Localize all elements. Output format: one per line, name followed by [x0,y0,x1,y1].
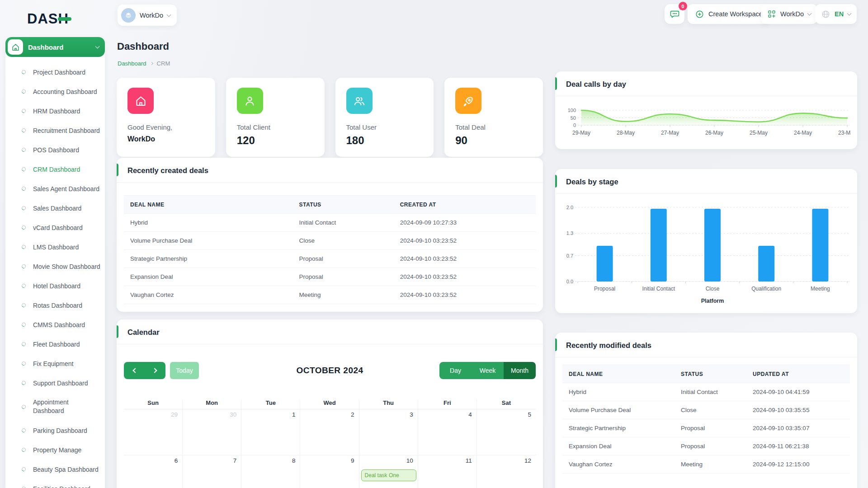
bullet-icon [21,89,26,94]
calendar-day-cell[interactable]: 8 [241,455,300,488]
breadcrumb-dashboard-link[interactable]: Dashboard [118,60,146,67]
create-workspace-button[interactable]: Create Workspace [688,4,770,24]
layers-icon [124,11,132,19]
sidebar-item-appointment-dashboard[interactable]: Appointment Dashboard [5,393,105,421]
workspace-selector[interactable]: WorkDo [118,5,177,26]
y-axis-label: 0 [573,122,576,128]
sidebar-item-label: Appointment Dashboard [33,398,86,415]
calendar-view-day[interactable]: Day [439,362,472,379]
breadcrumb-current: CRM [157,60,170,67]
calendar-day-number: 8 [292,457,296,464]
sidebar-item-movie-show-dashboard[interactable]: Movie Show Dashboard [5,257,105,276]
sidebar-item-rotas-dashboard[interactable]: Rotas Dashboard [5,296,105,315]
calendar-day-cell[interactable]: 1 [241,409,300,455]
table-cell: 2024-09-10 04:41:59 [746,389,850,395]
calendar-prev-button[interactable] [124,362,145,379]
sidebar-item-hotel-dashboard[interactable]: Hotel Dashboard [5,276,105,296]
home-icon [11,43,20,52]
sidebar-item-label: Parking Dashboard [33,427,87,434]
sidebar-item-label: HRM Dashboard [33,108,80,115]
bullet-icon [21,186,26,191]
calendar-day-cell[interactable]: 3 [359,409,418,455]
calendar-view-week[interactable]: Week [472,362,504,379]
sidebar: Dashboard Project DashboardAccounting Da… [5,37,105,488]
calendar-day-cell[interactable]: 12 [477,455,536,488]
sidebar-item-crm-dashboard[interactable]: CRM Dashboard [5,160,105,179]
sidebar-item-hrm-dashboard[interactable]: HRM Dashboard [5,101,105,121]
deal-calls-area-chart: 10050029-May28-May27-May26-May25-May24-M… [561,107,851,138]
chevron-down-icon [167,12,171,17]
calendar-view-month[interactable]: Month [504,362,536,379]
calendar-next-button[interactable] [145,362,165,379]
calendar-day-cell[interactable]: 4 [418,409,477,455]
sidebar-item-pos-dashboard[interactable]: POS Dashboard [5,140,105,160]
sidebar-item-property-manage[interactable]: Property Manage [5,440,105,460]
sidebar-item-label: Recruitment Dashboard [33,127,100,134]
calendar-day-cell[interactable]: 30 [183,409,241,455]
app-logo: DASH [27,11,69,27]
deals-by-stage-card: Deals by stage 2.01.30.70.0ProposalIniti… [555,169,857,313]
sidebar-item-label: Support Dashboard [33,380,88,387]
user-menu-label: WorkDo [780,10,804,18]
calendar-day-cell[interactable]: 6 [124,455,183,488]
bullet-icon [21,361,26,366]
sidebar-item-label: Movie Show Dashboard [33,263,100,270]
table-cell: 2024-09-10 03:23:52 [394,291,536,298]
table-cell: Expansion Deal [124,273,293,280]
calendar-day-cell[interactable]: 29 [124,409,183,455]
breadcrumb-separator-icon [150,62,153,65]
language-selector[interactable]: EN [815,4,857,24]
workspace-name: WorkDo [140,12,163,19]
sidebar-item-facilities-dashboard[interactable]: Facilities Dashboard [5,479,105,488]
calendar-today-button[interactable]: Today [170,362,199,379]
calendar-day-number: 29 [171,411,178,418]
calendar-day-header: Sat [477,399,536,409]
table-row: Strategic PartnershipProposal2024-09-10 … [124,250,536,268]
calendar-day-cell[interactable]: 9 [300,455,359,488]
sidebar-item-sales-dashboard[interactable]: Sales Dashboard [5,198,105,218]
sidebar-item-project-dashboard[interactable]: Project Dashboard [5,62,105,82]
x-axis-label: Proposal [594,286,615,292]
globe-icon [821,9,830,19]
bullet-icon [21,69,26,75]
x-axis-label: Close [706,286,720,292]
recently-created-title: Recently created deals [127,166,208,174]
table-cell: Initial Contact [675,389,746,395]
table-cell: Proposal [675,425,746,432]
table-cell: 2024-09-10 03:23:52 [394,255,536,262]
messages-button[interactable]: 0 [665,4,684,24]
calendar-day-cell[interactable]: 2 [300,409,359,455]
sidebar-item-cmms-dashboard[interactable]: CMMS Dashboard [5,315,105,334]
deal-calls-card: Deal calls by day 10050029-May28-May27-M… [555,71,857,149]
table-cell: Volume Purchase Deal [562,407,675,413]
calendar-day-cell[interactable]: 7 [183,455,241,488]
chat-icon [670,9,680,19]
sidebar-item-label: Fix Equipment [33,360,73,367]
sidebar-item-label: CMMS Dashboard [33,321,85,328]
sidebar-item-beauty-spa-dashboard[interactable]: Beauty Spa Dashboard [5,460,105,479]
calendar-event[interactable]: Deal task One [361,469,416,481]
calendar-day-cell[interactable]: 10Deal task One [359,455,418,488]
workspace-avatar [121,8,136,23]
sidebar-item-fleet-dashboard[interactable]: Fleet Dashboard [5,334,105,354]
bar-initial-contact [651,209,667,282]
table-cell: Strategic Partnership [124,255,293,262]
calendar-card: Calendar Today OCTOBER 2024 DayWeekMonth… [117,319,543,488]
calendar-day-cell[interactable]: 5 [477,409,536,455]
home-iconbox [8,39,23,55]
sidebar-item-accounting-dashboard[interactable]: Accounting Dashboard [5,82,105,101]
sidebar-item-label: Project Dashboard [33,69,85,76]
page-title: Dashboard [117,41,169,52]
sidebar-item-sales-agent-dashboard[interactable]: Sales Agent Dashboard [5,179,105,198]
sidebar-item-vcard-dashboard[interactable]: vCard Dashboard [5,218,105,237]
sidebar-item-recruitment-dashboard[interactable]: Recruitment Dashboard [5,121,105,140]
sidebar-item-lms-dashboard[interactable]: LMS Dashboard [5,237,105,257]
sidebar-item-support-dashboard[interactable]: Support Dashboard [5,373,105,393]
sidebar-header-dashboard[interactable]: Dashboard [5,37,105,57]
recently-modified-deals-card: Recently modified deals DEAL NAMESTATUSU… [555,333,857,488]
calendar-day-cell[interactable]: 11 [418,455,477,488]
calendar-day-number: 12 [524,457,531,464]
sidebar-item-fix-equipment[interactable]: Fix Equipment [5,354,105,373]
sidebar-item-parking-dashboard[interactable]: Parking Dashboard [5,421,105,440]
user-menu-button[interactable]: WorkDo [761,4,817,24]
